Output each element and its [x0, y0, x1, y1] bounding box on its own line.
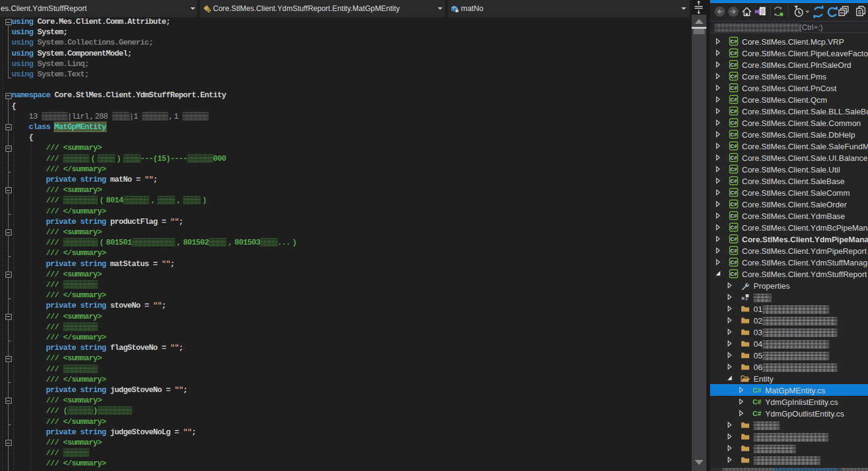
- svg-text:C#: C#: [730, 73, 737, 80]
- svg-text:C#: C#: [730, 39, 737, 45]
- svg-text:C#: C#: [730, 155, 737, 161]
- svg-text:C#: C#: [730, 120, 737, 126]
- svg-text:C#: C#: [730, 224, 737, 231]
- svg-text:C#: C#: [730, 190, 737, 196]
- svg-text:C#: C#: [730, 259, 737, 265]
- svg-text:C#: C#: [730, 108, 737, 114]
- svg-text:C#: C#: [730, 236, 737, 242]
- svg-text:C#: C#: [752, 398, 761, 406]
- svg-text:C#: C#: [752, 387, 761, 394]
- svg-text:C#: C#: [730, 201, 737, 207]
- svg-text:C#: C#: [730, 143, 737, 149]
- svg-text:C#: C#: [730, 132, 737, 138]
- svg-text:C#: C#: [730, 62, 737, 68]
- svg-text:C#: C#: [730, 213, 737, 219]
- svg-text:C#: C#: [730, 271, 737, 277]
- svg-text:C#: C#: [752, 410, 761, 417]
- svg-text:C#: C#: [730, 166, 737, 172]
- svg-text:C#: C#: [730, 85, 737, 91]
- svg-text:C#: C#: [730, 97, 737, 103]
- svg-text:C#: C#: [730, 178, 737, 184]
- svg-text:C#: C#: [730, 248, 737, 254]
- svg-text:C#: C#: [730, 50, 737, 56]
